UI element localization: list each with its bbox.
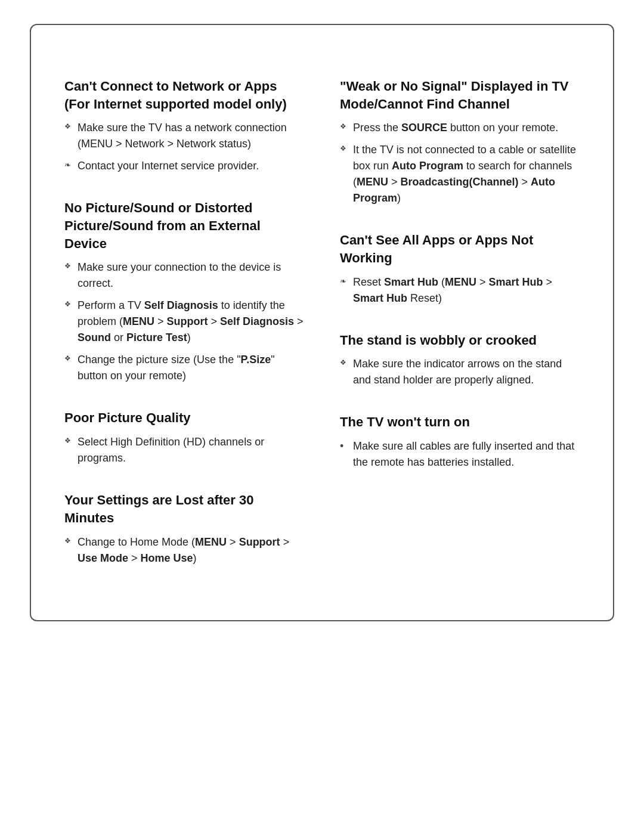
section-stand-wobbly: The stand is wobbly or crookedMake sure … — [340, 332, 580, 395]
section-no-picture: No Picture/Sound or Distorted Picture/So… — [64, 199, 304, 390]
section-list-no-picture: Make sure your connection to the device … — [64, 259, 304, 384]
list-item: Press the SOURCE button on your remote. — [340, 120, 580, 136]
list-item: Contact your Internet service provider. — [64, 158, 304, 174]
list-item: Change to Home Mode (MENU > Support > Us… — [64, 534, 304, 566]
section-list-stand-wobbly: Make sure the indicator arrows on the st… — [340, 356, 580, 388]
section-title-cant-connect: Can't Connect to Network or Apps (For In… — [64, 78, 304, 113]
section-list-poor-picture: Select High Definition (HD) channels or … — [64, 434, 304, 466]
list-item: Select High Definition (HD) channels or … — [64, 434, 304, 466]
section-poor-picture: Poor Picture QualitySelect High Definiti… — [64, 409, 304, 472]
list-item: Make sure your connection to the device … — [64, 259, 304, 292]
section-list-weak-signal: Press the SOURCE button on your remote.I… — [340, 120, 580, 206]
section-list-cant-connect: Make sure the TV has a network connectio… — [64, 120, 304, 174]
list-item: Make sure the indicator arrows on the st… — [340, 356, 580, 388]
section-weak-signal: "Weak or No Signal" Displayed in TV Mode… — [340, 78, 580, 212]
section-cant-connect: Can't Connect to Network or Apps (For In… — [64, 78, 304, 180]
section-list-tv-wont-turn: Make sure all cables are fully inserted … — [340, 438, 580, 470]
two-column-layout: Can't Connect to Network or Apps (For In… — [64, 78, 580, 592]
list-item: It the TV is not connected to a cable or… — [340, 142, 580, 206]
list-item: Perform a TV Self Diagnosis to identify … — [64, 298, 304, 346]
list-item: Make sure the TV has a network connectio… — [64, 120, 304, 152]
section-title-poor-picture: Poor Picture Quality — [64, 409, 304, 427]
section-title-tv-wont-turn: The TV won't turn on — [340, 413, 580, 431]
right-column: "Weak or No Signal" Displayed in TV Mode… — [340, 78, 580, 592]
common-issues-card: Can't Connect to Network or Apps (For In… — [30, 24, 614, 621]
section-title-cant-see-apps: Can't See All Apps or Apps Not Working — [340, 231, 580, 267]
list-item: Reset Smart Hub (MENU > Smart Hub > Smar… — [340, 274, 580, 306]
section-list-cant-see-apps: Reset Smart Hub (MENU > Smart Hub > Smar… — [340, 274, 580, 306]
section-title-no-picture: No Picture/Sound or Distorted Picture/So… — [64, 199, 304, 252]
left-column: Can't Connect to Network or Apps (For In… — [64, 78, 304, 592]
list-item: Change the picture size (Use the "P.Size… — [64, 352, 304, 384]
section-title-weak-signal: "Weak or No Signal" Displayed in TV Mode… — [340, 78, 580, 113]
section-list-settings-lost: Change to Home Mode (MENU > Support > Us… — [64, 534, 304, 566]
section-settings-lost: Your Settings are Lost after 30 MinutesC… — [64, 491, 304, 572]
section-title-settings-lost: Your Settings are Lost after 30 Minutes — [64, 491, 304, 527]
section-cant-see-apps: Can't See All Apps or Apps Not WorkingRe… — [340, 231, 580, 312]
section-tv-wont-turn: The TV won't turn onMake sure all cables… — [340, 413, 580, 476]
section-title-stand-wobbly: The stand is wobbly or crooked — [340, 332, 580, 349]
list-item: Make sure all cables are fully inserted … — [340, 438, 580, 470]
